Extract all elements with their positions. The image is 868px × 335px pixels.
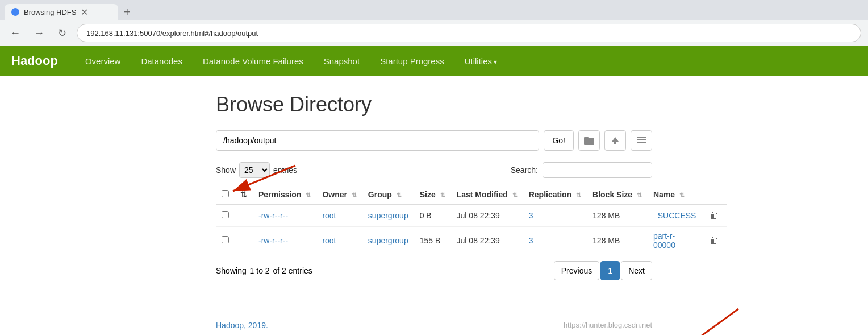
nav-link-utilities[interactable]: Utilities: [454, 47, 508, 75]
address-input[interactable]: [77, 24, 861, 42]
replication-link-0[interactable]: 3: [529, 211, 533, 220]
nav-link-overview[interactable]: Overview: [75, 47, 131, 75]
show-label: Show: [216, 166, 236, 175]
svg-rect-5: [584, 137, 589, 139]
entries-select[interactable]: 25 10 50 100: [239, 162, 270, 178]
row-checkbox-1[interactable]: [222, 236, 229, 243]
replication-header[interactable]: Replication ⇅: [523, 185, 587, 205]
nav-link-datanodes[interactable]: Datanodes: [131, 47, 193, 75]
row-icon-cell-1: [235, 227, 253, 255]
row-modified-0: Jul 08 22:39: [451, 204, 523, 227]
favicon-icon: [11, 8, 19, 16]
row-replication-0: 3: [523, 204, 587, 227]
svg-rect-9: [637, 142, 646, 143]
row-owner-1: root: [316, 227, 362, 255]
group-link-1[interactable]: supergroup: [368, 236, 408, 245]
folder-icon: [584, 136, 594, 145]
upload-icon: [611, 136, 620, 145]
replication-link-1[interactable]: 3: [529, 236, 533, 245]
row-checkbox-cell: [216, 227, 235, 255]
nav-link-snapshot[interactable]: Snapshot: [314, 47, 370, 75]
table-header: ⇅ Permission ⇅ Owner ⇅ Group ⇅ Size ⇅ La…: [216, 185, 727, 205]
back-button[interactable]: ←: [7, 26, 24, 40]
active-tab[interactable]: Browsing HDFS ✕: [5, 4, 118, 20]
svg-rect-8: [637, 139, 646, 140]
owner-link-0[interactable]: root: [322, 211, 336, 220]
nav-item-datanodes[interactable]: Datanodes: [131, 47, 193, 75]
nav-link-datanode-volume-failures[interactable]: Datanode Volume Failures: [193, 47, 314, 75]
next-button[interactable]: Next: [621, 261, 652, 280]
row-size-0: 0 B: [414, 204, 451, 227]
nav-item-utilities[interactable]: Utilities: [454, 47, 508, 75]
nav-item-datanode-volume-failures[interactable]: Datanode Volume Failures: [193, 47, 314, 75]
list-icon: [637, 137, 646, 144]
last-modified-header[interactable]: Last Modified ⇅: [451, 185, 523, 205]
row-permission-1: -rw-r--r--: [253, 227, 316, 255]
nav-item-startup-progress[interactable]: Startup Progress: [370, 47, 454, 75]
row-blocksize-0: 128 MB: [587, 204, 648, 227]
permission-header[interactable]: Permission ⇅: [253, 185, 316, 205]
nav-item-snapshot[interactable]: Snapshot: [314, 47, 370, 75]
previous-button[interactable]: Previous: [554, 261, 599, 280]
row-delete-0: 🗑: [702, 204, 727, 227]
pagination-controls: Previous 1 Next: [554, 261, 652, 280]
row-group-1: supergroup: [362, 227, 414, 255]
row-size-1: 155 B: [414, 227, 451, 255]
showing-text: Showing 1 to 2 of 2 entries: [216, 266, 312, 275]
table-row: -rw-r--r-- root supergroup 0 B Jul 08 22…: [216, 204, 727, 227]
name-link-0[interactable]: _SUCCESS: [653, 211, 696, 220]
row-replication-1: 3: [523, 227, 587, 255]
upload-icon-button[interactable]: [604, 130, 626, 151]
svg-rect-7: [637, 137, 646, 138]
name-link-1[interactable]: part-r-00000: [653, 231, 675, 250]
tab-close-icon[interactable]: ✕: [81, 7, 88, 18]
row-checkbox-0[interactable]: [222, 211, 229, 218]
showing-range: 1 to 2: [250, 266, 270, 275]
delete-button-1[interactable]: 🗑: [707, 234, 721, 247]
list-icon-button[interactable]: [631, 130, 652, 151]
files-table: ⇅ Permission ⇅ Owner ⇅ Group ⇅ Size ⇅ La…: [216, 185, 727, 254]
row-owner-0: root: [316, 204, 362, 227]
row-modified-1: Jul 08 22:39: [451, 227, 523, 255]
permission-link-0[interactable]: -rw-r--r--: [258, 211, 288, 220]
svg-marker-6: [612, 137, 619, 144]
delete-button-0[interactable]: 🗑: [707, 209, 721, 222]
tab-bar: Browsing HDFS ✕ +: [0, 0, 868, 20]
size-header[interactable]: Size ⇅: [414, 185, 451, 205]
permission-link-1[interactable]: -rw-r--r--: [258, 236, 288, 245]
folder-icon-button[interactable]: [578, 130, 600, 151]
table-body: -rw-r--r-- root supergroup 0 B Jul 08 22…: [216, 204, 727, 254]
nav-link-startup-progress[interactable]: Startup Progress: [370, 47, 454, 75]
reload-button[interactable]: ↻: [55, 26, 70, 40]
main-content: Browse Directory Go!: [0, 76, 868, 297]
navbar-nav: Overview Datanodes Datanode Volume Failu…: [75, 47, 508, 75]
showing-suffix: of 2 entries: [273, 266, 312, 275]
forward-button[interactable]: →: [31, 26, 48, 40]
address-bar: ← → ↻: [0, 20, 868, 46]
show-row: Show 25 10 50 100 entries Search:: [216, 162, 652, 178]
group-header[interactable]: Group ⇅: [362, 185, 414, 205]
path-input[interactable]: [216, 130, 539, 151]
row-checkbox-cell: [216, 204, 235, 227]
row-name-0: _SUCCESS: [648, 204, 702, 227]
block-size-header[interactable]: Block Size ⇅: [587, 185, 648, 205]
show-left: Show 25 10 50 100 entries: [216, 162, 297, 178]
new-tab-icon[interactable]: +: [120, 6, 134, 19]
navbar-brand: Hadoop: [11, 53, 58, 68]
path-row: Go!: [216, 130, 652, 151]
name-header[interactable]: Name ⇅: [648, 185, 702, 205]
owner-header[interactable]: Owner ⇅: [316, 185, 362, 205]
owner-link-1[interactable]: root: [322, 236, 336, 245]
search-label: Search:: [511, 166, 538, 175]
row-delete-1: 🗑: [702, 227, 727, 255]
search-input[interactable]: [542, 162, 652, 178]
tab-title: Browsing HDFS: [24, 8, 76, 16]
navbar: Hadoop Overview Datanodes Datanode Volum…: [0, 46, 868, 76]
group-link-0[interactable]: supergroup: [368, 211, 408, 220]
go-button[interactable]: Go!: [544, 130, 574, 151]
row-name-1: part-r-00000: [648, 227, 702, 255]
nav-item-overview[interactable]: Overview: [75, 47, 131, 75]
search-right: Search:: [511, 162, 652, 178]
select-all-checkbox[interactable]: [222, 190, 229, 197]
footer-left: Hadoop, 2019.: [216, 321, 268, 330]
